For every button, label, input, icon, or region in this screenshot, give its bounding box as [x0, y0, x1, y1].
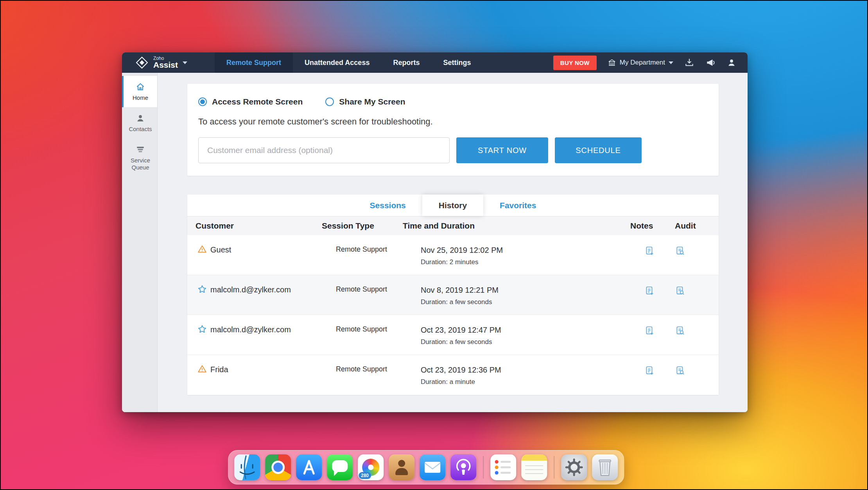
zoho-assist-window: Zoho Assist Remote Support Unattended Ac…: [122, 52, 748, 412]
tab-history[interactable]: History: [422, 195, 483, 216]
col-header-session-type: Session Type: [322, 221, 403, 231]
dock-badge: 280: [359, 472, 371, 479]
table-row[interactable]: Frida Remote Support Oct 23, 2019 12:36 …: [187, 355, 719, 395]
add-note-icon[interactable]: [644, 326, 655, 336]
sidebar-item-service-queue[interactable]: Service Queue: [122, 139, 157, 177]
dock-icon-trash[interactable]: [592, 454, 618, 480]
add-note-icon[interactable]: [644, 286, 655, 296]
session-type-cell: Remote Support: [322, 355, 403, 395]
gear-icon: [561, 454, 587, 480]
finder-face-icon: [234, 454, 260, 480]
history-tabs: Sessions History Favorites: [187, 195, 719, 216]
service-queue-icon: [135, 144, 145, 155]
time-cell: Nov 8, 2019 12:21 PM Duration: a few sec…: [403, 275, 630, 315]
customer-cell: malcolm.d@zylker.com: [195, 315, 322, 355]
brand-text: Zoho Assist: [153, 56, 178, 70]
megaphone-icon[interactable]: [705, 58, 716, 68]
warning-icon: [197, 244, 207, 254]
department-selector[interactable]: My Department: [608, 58, 673, 67]
session-action-row: START NOW SCHEDULE: [198, 137, 708, 163]
window-body: Home Contacts Serv: [122, 73, 748, 412]
contacts-icon: [135, 113, 145, 123]
customer-name: malcolm.d@zylker.com: [210, 324, 291, 334]
radio-share-my-screen[interactable]: Share My Screen: [325, 97, 405, 106]
tab-favorites[interactable]: Favorites: [483, 195, 552, 216]
add-note-icon[interactable]: [644, 366, 655, 376]
table-row[interactable]: malcolm.d@zylker.com Remote Support Oct …: [187, 315, 719, 355]
audit-log-icon[interactable]: [675, 326, 685, 336]
customer-cell: Guest: [195, 235, 322, 275]
radio-label: Access Remote Screen: [212, 97, 303, 106]
dock-icon-contacts[interactable]: [389, 454, 414, 480]
app-navbar: Zoho Assist Remote Support Unattended Ac…: [122, 52, 748, 73]
radio-unselected-icon[interactable]: [325, 97, 334, 106]
table-row[interactable]: malcolm.d@zylker.com Remote Support Nov …: [187, 275, 719, 315]
session-duration: Duration: a few seconds: [421, 298, 630, 306]
zoho-assist-logo-icon: [135, 56, 149, 69]
nav-tab-remote-support[interactable]: Remote Support: [215, 52, 293, 73]
history-table-header: Customer Session Type Time and Duration …: [187, 216, 719, 235]
primary-nav: Remote Support Unattended Access Reports…: [215, 52, 482, 73]
tab-sessions[interactable]: Sessions: [353, 195, 422, 216]
dock-icon-app-store[interactable]: [296, 454, 322, 480]
envelope-icon: [420, 454, 445, 480]
session-time: Oct 23, 2019 12:36 PM: [421, 366, 630, 375]
time-cell: Oct 23, 2019 12:47 PM Duration: a few se…: [403, 315, 630, 355]
add-note-icon[interactable]: [644, 246, 655, 256]
sidebar-item-label: Service Queue: [124, 157, 156, 172]
table-row[interactable]: Guest Remote Support Nov 25, 2019 12:02 …: [187, 235, 719, 275]
favorite-star-icon[interactable]: [197, 324, 207, 334]
customer-name: Frida: [210, 364, 228, 374]
dock-icon-notes[interactable]: [521, 454, 547, 480]
col-header-customer: Customer: [195, 221, 322, 231]
chevron-down-icon: [669, 61, 673, 64]
dock-icon-mail[interactable]: [420, 454, 445, 480]
podcasts-glyph-icon: [450, 454, 476, 480]
nav-tab-reports[interactable]: Reports: [381, 52, 431, 73]
nav-tab-settings[interactable]: Settings: [431, 52, 482, 73]
sidebar-item-label: Contacts: [129, 126, 152, 133]
home-icon: [135, 82, 145, 92]
session-time: Nov 8, 2019 12:21 PM: [421, 286, 630, 295]
dock-icon-messages[interactable]: [327, 454, 353, 480]
user-profile-icon[interactable]: [726, 58, 737, 68]
start-now-button[interactable]: START NOW: [456, 137, 548, 163]
time-cell: Oct 23, 2019 12:36 PM Duration: a minute: [403, 355, 630, 395]
dock-icon-finder[interactable]: [234, 454, 260, 480]
session-type-cell: Remote Support: [322, 235, 403, 275]
customer-cell: Frida: [195, 355, 322, 395]
audit-log-icon[interactable]: [675, 286, 685, 296]
dock-icon-chrome[interactable]: [265, 454, 291, 480]
audit-log-icon[interactable]: [675, 246, 685, 256]
audit-log-icon[interactable]: [675, 366, 685, 376]
audit-cell: [675, 235, 719, 275]
session-duration: Duration: a minute: [421, 378, 630, 386]
customer-name: malcolm.d@zylker.com: [210, 284, 291, 294]
radio-access-remote-screen[interactable]: Access Remote Screen: [198, 97, 303, 106]
brand-assist-label: Assist: [153, 61, 178, 69]
col-header-notes: Notes: [630, 221, 675, 231]
buy-now-button[interactable]: BUY NOW: [553, 56, 597, 70]
brand-menu[interactable]: Zoho Assist: [122, 52, 215, 73]
notes-cell: [630, 315, 675, 355]
radio-selected-icon[interactable]: [198, 97, 207, 106]
sidebar: Home Contacts Serv: [122, 73, 158, 412]
dock-icon-reminders[interactable]: [490, 454, 516, 480]
dock-icon-podcasts[interactable]: [450, 454, 476, 480]
session-time: Nov 25, 2019 12:02 PM: [421, 246, 630, 255]
customer-email-input[interactable]: [198, 137, 450, 163]
session-duration: Duration: 2 minutes: [421, 258, 630, 266]
download-icon[interactable]: [684, 58, 694, 68]
main-content: Access Remote Screen Share My Screen To …: [158, 73, 748, 412]
schedule-button[interactable]: SCHEDULE: [555, 137, 642, 163]
nav-tab-unattended-access[interactable]: Unattended Access: [293, 52, 381, 73]
dock-icon-system-preferences[interactable]: [561, 454, 587, 480]
customer-cell: malcolm.d@zylker.com: [195, 275, 322, 315]
session-start-panel: Access Remote Screen Share My Screen To …: [187, 84, 719, 176]
warning-icon: [197, 364, 207, 374]
sidebar-item-home[interactable]: Home: [122, 76, 157, 107]
sidebar-item-contacts[interactable]: Contacts: [122, 107, 157, 139]
dock-icon-photos[interactable]: 280: [358, 454, 384, 480]
department-label: My Department: [620, 59, 665, 67]
favorite-star-icon[interactable]: [197, 284, 207, 294]
